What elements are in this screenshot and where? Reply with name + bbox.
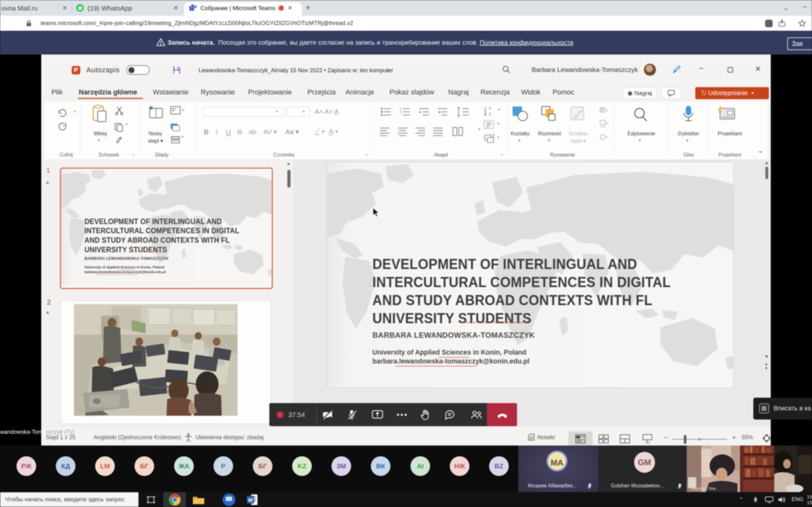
svg-text:W: W: [248, 497, 253, 503]
svg-text:▾: ▾: [606, 108, 608, 112]
svg-text:A: A: [489, 106, 491, 111]
svg-text:T: T: [191, 6, 193, 11]
svg-text:▾: ▾: [606, 135, 608, 139]
svg-text:1: 1: [400, 107, 402, 111]
svg-text:Z: Z: [489, 112, 491, 116]
svg-text:▾: ▾: [606, 121, 608, 125]
svg-text:2: 2: [400, 111, 402, 114]
svg-text:Барбара Лев...: Барбара Лев...: [691, 486, 719, 491]
